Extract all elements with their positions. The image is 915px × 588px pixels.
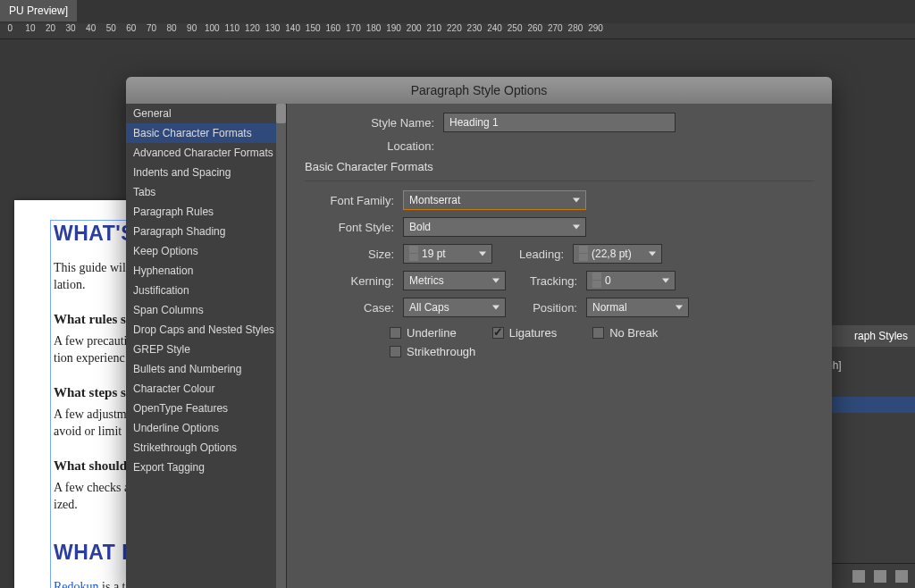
position-label: Position:: [506, 301, 586, 315]
paragraph-styles-panel: raph Styles ph]: [818, 325, 915, 588]
checkbox-icon: [390, 327, 401, 339]
ruler-tick: 250: [505, 23, 525, 33]
paragraph-style-options-dialog: Paragraph Style Options GeneralBasic Cha…: [126, 77, 832, 588]
style-entry-selected[interactable]: [819, 397, 915, 413]
document-tab-bar: PU Preview]: [0, 0, 915, 23]
case-label: Case:: [305, 301, 403, 315]
ruler-tick: 190: [383, 23, 404, 33]
ruler-tick: 180: [364, 23, 384, 33]
size-label: Size:: [305, 248, 403, 261]
style-entry[interactable]: ph]: [819, 356, 915, 375]
document-tab[interactable]: PU Preview]: [0, 0, 77, 21]
sidebar-item[interactable]: Underline Options: [126, 418, 286, 438]
font-family-dropdown[interactable]: Montserrat: [403, 190, 586, 210]
scrollbar-thumb[interactable]: [276, 104, 286, 123]
ruler-tick: 160: [323, 23, 344, 33]
ruler-tick: 30: [61, 23, 81, 33]
folder-icon[interactable]: [852, 570, 865, 583]
sidebar-item[interactable]: Paragraph Rules: [126, 202, 286, 222]
tracking-stepper[interactable]: [592, 273, 601, 289]
ruler-tick: 280: [566, 23, 586, 33]
new-style-icon[interactable]: [874, 570, 886, 583]
workspace: WHAT'S This guide willation. What rules …: [0, 39, 915, 588]
sidebar-item[interactable]: Basic Character Formats: [126, 123, 286, 143]
dialog-form: Style Name: Heading 1 Location: Basic Ch…: [287, 104, 832, 588]
hyperlink[interactable]: Redokun: [54, 580, 99, 588]
ruler-tick: 10: [21, 23, 41, 33]
ruler-tick: 270: [545, 23, 566, 33]
ruler-tick: 90: [181, 23, 202, 33]
ruler-tick: 240: [484, 23, 505, 33]
ruler-tick: 200: [404, 23, 424, 33]
ruler-tick: 210: [424, 23, 444, 33]
ruler-tick: 0: [0, 23, 21, 33]
sidebar-item[interactable]: Export Tagging: [126, 458, 286, 477]
sidebar-item[interactable]: Character Colour: [126, 379, 286, 399]
underline-checkbox[interactable]: Underline: [390, 326, 457, 340]
ruler-tick: 40: [80, 23, 101, 33]
leading-stepper[interactable]: [579, 246, 588, 262]
ruler-tick: 60: [122, 23, 142, 33]
font-family-label: Font Family:: [305, 194, 403, 207]
case-dropdown[interactable]: All Caps: [403, 298, 506, 317]
ruler-tick: 150: [303, 23, 323, 33]
ruler-tick: 220: [444, 23, 465, 33]
ruler-tick: 120: [242, 23, 263, 33]
tracking-input[interactable]: 0: [586, 271, 676, 290]
trash-icon[interactable]: [895, 570, 908, 583]
ruler-ticks: 0102030405060708090100110120130140150160…: [0, 23, 606, 33]
style-name-label: Style Name:: [345, 116, 443, 130]
ruler-tick: 230: [465, 23, 485, 33]
size-stepper[interactable]: [409, 246, 418, 262]
kerning-dropdown[interactable]: Metrics: [403, 271, 506, 290]
sidebar-scrollbar[interactable]: [276, 104, 286, 588]
strikethrough-checkbox[interactable]: Strikethrough: [390, 345, 475, 358]
sidebar-item[interactable]: Bullets and Numbering: [126, 359, 286, 379]
font-style-dropdown[interactable]: Bold: [403, 217, 586, 237]
style-name-input[interactable]: Heading 1: [443, 113, 676, 132]
no-break-checkbox[interactable]: No Break: [592, 326, 658, 340]
section-title: Basic Character Formats: [305, 160, 814, 181]
panel-footer: [818, 563, 915, 588]
checkbox-icon: [592, 327, 604, 339]
leading-label: Leading:: [492, 248, 573, 261]
checkbox-icon: [390, 346, 401, 357]
panel-tab-paragraph-styles[interactable]: raph Styles: [819, 325, 915, 347]
dialog-title: Paragraph Style Options: [126, 77, 832, 104]
position-dropdown[interactable]: Normal: [586, 298, 689, 317]
sidebar-item[interactable]: Indents and Spacing: [126, 163, 286, 182]
sidebar-item[interactable]: Drop Caps and Nested Styles: [126, 320, 286, 340]
sidebar-item[interactable]: Strikethrough Options: [126, 438, 286, 458]
sidebar-item[interactable]: Paragraph Shading: [126, 222, 286, 241]
ruler-tick: 170: [343, 23, 364, 33]
ruler-tick: 100: [202, 23, 222, 33]
ruler-tick: 130: [263, 23, 283, 33]
sidebar-item[interactable]: Span Columns: [126, 300, 286, 320]
sidebar-item[interactable]: Justification: [126, 281, 286, 300]
tracking-label: Tracking:: [506, 274, 586, 288]
checkbox-icon: [492, 327, 504, 339]
ligatures-checkbox[interactable]: Ligatures: [492, 326, 557, 340]
ruler-tick: 140: [282, 23, 303, 33]
location-label: Location:: [345, 139, 443, 153]
ruler-tick: 260: [525, 23, 545, 33]
sidebar-item[interactable]: Keep Options: [126, 241, 286, 261]
sidebar-item[interactable]: GREP Style: [126, 340, 286, 359]
dialog-sidebar: GeneralBasic Character FormatsAdvanced C…: [126, 104, 287, 588]
ruler-tick: 290: [585, 23, 606, 33]
sidebar-item[interactable]: Hyphenation: [126, 261, 286, 281]
kerning-label: Kerning:: [305, 274, 403, 288]
ruler-tick: 110: [222, 23, 243, 33]
ruler-tick: 20: [40, 23, 61, 33]
sidebar-item[interactable]: Tabs: [126, 182, 286, 202]
size-input[interactable]: 19 pt: [403, 244, 492, 264]
sidebar-item[interactable]: OpenType Features: [126, 399, 286, 418]
font-style-label: Font Style:: [305, 221, 403, 234]
ruler-tick: 80: [162, 23, 182, 33]
sidebar-item[interactable]: Advanced Character Formats: [126, 143, 286, 163]
ruler-tick: 50: [101, 23, 122, 33]
horizontal-ruler: 0102030405060708090100110120130140150160…: [0, 23, 915, 39]
leading-input[interactable]: (22,8 pt): [573, 244, 662, 264]
ruler-tick: 70: [141, 23, 162, 33]
sidebar-item[interactable]: General: [126, 104, 286, 123]
